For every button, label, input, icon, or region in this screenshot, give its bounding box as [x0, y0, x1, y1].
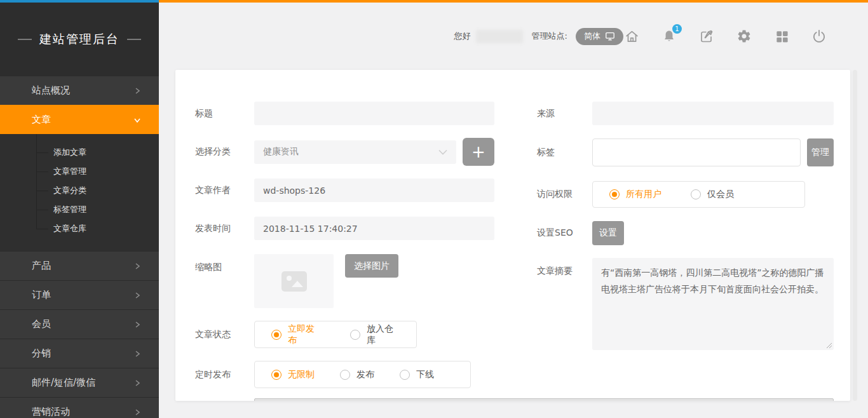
sidebar-item-label: 分销: [32, 347, 133, 360]
chevron-right-icon: [133, 87, 141, 95]
settings-button[interactable]: [736, 28, 752, 44]
status-label: 文章状态: [195, 329, 254, 340]
radio-label: 发布: [356, 369, 374, 381]
thumbnail-label: 缩略图: [195, 254, 254, 273]
chevron-right-icon: [133, 408, 141, 416]
source-row: 来源: [537, 102, 834, 125]
choose-image-button[interactable]: 选择图片: [345, 254, 398, 278]
compose-button[interactable]: [698, 28, 715, 44]
publish-time-label: 发表时间: [195, 223, 254, 234]
title-label: 标题: [195, 108, 254, 119]
category-label: 选择分类: [195, 146, 254, 158]
radio-label: 无限制: [288, 369, 315, 381]
thumbnail-preview[interactable]: [254, 254, 334, 308]
radio-icon: [340, 370, 350, 380]
logout-button[interactable]: [811, 28, 827, 44]
access-radio-group: 所有用户 仅会员: [592, 181, 805, 208]
article-form-card: 标题 选择分类 健康资讯 + 文章作者 发表时间 缩略图: [175, 70, 850, 401]
radio-no-limit[interactable]: 无限制: [271, 369, 315, 381]
username-redacted: [476, 30, 523, 43]
edit-icon: [699, 29, 714, 44]
sidebar-item-mail-sms-wechat[interactable]: 邮件/短信/微信: [0, 368, 159, 397]
sidebar-item-label: 邮件/短信/微信: [32, 377, 133, 389]
chevron-right-icon: [133, 321, 141, 328]
top-header: 您好 管理站点: 简体 1: [454, 27, 827, 46]
chevron-down-icon: [133, 116, 141, 124]
radio-members-only[interactable]: 仅会员: [691, 189, 734, 200]
summary-label: 文章摘要: [537, 258, 592, 277]
title-input[interactable]: [254, 102, 494, 125]
seo-row: 设置SEO 设置: [537, 221, 834, 245]
submenu-item-tag-manage[interactable]: 标签管理: [0, 200, 159, 219]
chevron-right-icon: [133, 292, 141, 299]
submenu-item-article-warehouse[interactable]: 文章仓库: [0, 219, 159, 238]
radio-icon: [350, 330, 360, 340]
sidebar-item-marketing[interactable]: 营销活动: [0, 397, 159, 418]
radio-icon: [609, 189, 620, 199]
summary-textarea[interactable]: 有“西南第一高钢塔，四川第二高电视塔”之称的德阳广播电视塔主塔广告位将于本月下旬…: [592, 258, 834, 350]
sidebar-item-distribution[interactable]: 分销: [0, 339, 159, 368]
radio-icon: [691, 189, 701, 199]
author-row: 文章作者: [195, 179, 494, 202]
radio-icon: [271, 370, 281, 380]
radio-label: 立即发布: [288, 323, 321, 346]
notifications-button[interactable]: 1: [661, 28, 677, 44]
schedule-row: 定时发布 无限制 发布 下线: [195, 361, 494, 388]
sidebar-item-label: 订单: [32, 289, 133, 301]
language-site-button[interactable]: 简体: [576, 28, 623, 45]
seo-settings-button[interactable]: 设置: [592, 221, 624, 245]
home-button[interactable]: [623, 28, 640, 44]
add-category-button[interactable]: +: [463, 138, 494, 166]
radio-publish-now[interactable]: 立即发布: [271, 323, 321, 346]
publish-time-input[interactable]: [254, 217, 494, 240]
greeting-text: 您好: [454, 30, 471, 42]
radio-icon: [271, 330, 281, 340]
radio-publish[interactable]: 发布: [340, 369, 374, 381]
radio-offline[interactable]: 下线: [400, 369, 434, 381]
source-input[interactable]: [592, 102, 834, 125]
submenu-item-article-category[interactable]: 文章分类: [0, 181, 159, 200]
scrollbar[interactable]: [853, 70, 857, 401]
radio-label: 下线: [416, 369, 434, 381]
submenu-item-add-article[interactable]: 添加文章: [0, 143, 159, 162]
summary-row: 文章摘要 有“西南第一高钢塔，四川第二高电视塔”之称的德阳广播电视塔主塔广告位将…: [537, 258, 834, 350]
sidebar-item-label: 产品: [32, 260, 133, 272]
category-select[interactable]: 健康资讯: [254, 140, 456, 164]
radio-to-warehouse[interactable]: 放入仓库: [350, 323, 400, 346]
thumbnail-row: 缩略图 选择图片: [195, 254, 494, 308]
seo-label: 设置SEO: [537, 227, 592, 239]
submenu-item-article-manage[interactable]: 文章管理: [0, 162, 159, 181]
sidebar-item-site-overview[interactable]: 站点概况: [0, 76, 159, 105]
radio-all-users[interactable]: 所有用户: [609, 189, 661, 200]
status-radio-group: 立即发布 放入仓库: [254, 321, 417, 348]
app-title: 建站管理后台: [39, 31, 119, 48]
author-input[interactable]: [254, 179, 494, 202]
logo-dash-left: [18, 39, 32, 40]
category-selected-value: 健康资讯: [263, 146, 299, 158]
author-label: 文章作者: [195, 185, 254, 196]
chevron-right-icon: [133, 262, 141, 270]
status-row: 文章状态 立即发布 放入仓库: [195, 321, 494, 348]
apps-button[interactable]: [773, 28, 790, 44]
home-icon: [624, 29, 640, 44]
chevron-right-icon: [133, 379, 141, 387]
sidebar-item-articles[interactable]: 文章: [0, 105, 159, 134]
tags-input[interactable]: [592, 138, 801, 166]
sidebar-item-orders[interactable]: 订单: [0, 280, 159, 309]
sidebar-item-label: 站点概况: [32, 84, 133, 97]
schedule-radio-group: 无限制 发布 下线: [254, 361, 471, 388]
articles-submenu: 添加文章 文章管理 文章分类 标签管理 文章仓库: [0, 134, 159, 251]
radio-label: 放入仓库: [367, 323, 400, 346]
sidebar-item-label: 文章: [32, 114, 133, 126]
schedule-label: 定时发布: [195, 369, 254, 381]
logo-dash-right: [127, 39, 141, 40]
manage-tags-button[interactable]: 管理: [807, 138, 834, 166]
radio-label: 所有用户: [626, 189, 661, 200]
title-row: 标题: [195, 102, 494, 125]
sidebar-item-members[interactable]: 会员: [0, 309, 159, 339]
radio-icon: [400, 370, 410, 380]
sidebar-item-products[interactable]: 产品: [0, 251, 159, 280]
sidebar-item-label: 营销活动: [32, 406, 133, 418]
image-placeholder-icon: [280, 270, 308, 293]
manage-site-label: 管理站点:: [532, 30, 567, 42]
